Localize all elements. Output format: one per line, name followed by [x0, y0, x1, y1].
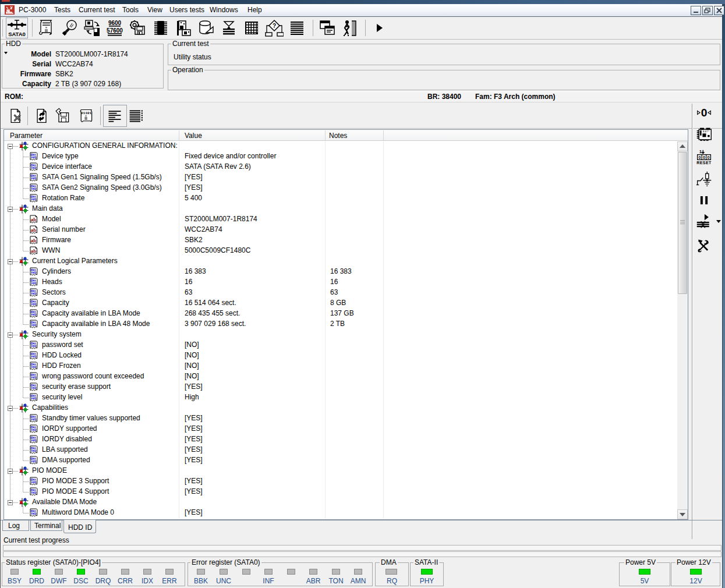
svg-text:SATA0: SATA0: [8, 31, 26, 37]
